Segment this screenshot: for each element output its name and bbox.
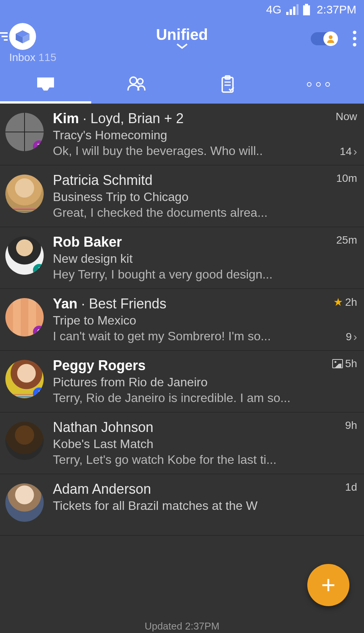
svg-rect-5 — [303, 5, 310, 15]
svg-rect-2 — [293, 7, 295, 15]
svg-rect-1 — [290, 9, 292, 15]
more-icon — [307, 82, 330, 87]
timestamp: 2h — [345, 296, 357, 308]
unread-badge: | — [33, 387, 44, 398]
subject-line: Kobe's Last Match — [53, 437, 319, 451]
plus-icon: + — [321, 571, 335, 599]
svg-point-12 — [329, 35, 333, 39]
email-row[interactable]: Patricia SchmitdBusiness Trip to Chicago… — [0, 165, 364, 227]
tab-tasks[interactable] — [182, 65, 273, 104]
email-meta: ★2h9› — [319, 296, 357, 343]
timestamp: Now — [336, 110, 357, 123]
subject-line: Tracy's Homecoming — [53, 128, 319, 142]
email-meta: 9h — [319, 419, 357, 467]
avatar — [5, 422, 44, 460]
sender-line: Rob Baker — [53, 234, 319, 250]
timestamp: 1d — [345, 481, 357, 493]
chevron-down-icon — [175, 43, 189, 49]
svg-rect-4 — [305, 4, 308, 5]
unread-badge: 7 — [33, 140, 44, 151]
attachment-icon — [332, 359, 343, 368]
overflow-menu[interactable] — [353, 31, 356, 46]
people-icon — [126, 74, 147, 95]
clock: 2:37PM — [317, 3, 356, 16]
signal-icon — [286, 4, 298, 15]
star-icon: ★ — [333, 296, 343, 308]
sender-line: Adam Anderson — [53, 481, 319, 497]
preview-line: Terry, Let's go watch Kobe for the last … — [53, 453, 319, 467]
inbox-icon — [35, 74, 56, 95]
email-meta: 5h — [319, 358, 357, 405]
email-row[interactable]: 6Yan · Best FriendsTripe to MexicoI can'… — [0, 289, 364, 351]
avatar — [5, 175, 44, 213]
subject-line: Pictures from Rio de Janeiro — [53, 375, 319, 389]
preview-line: I can't wait to get my Sombrero! I'm so.… — [53, 329, 319, 343]
people-toggle[interactable] — [311, 32, 338, 45]
sender-line: Kim · Loyd, Brian + 2 — [53, 110, 319, 127]
preview-line: Hey Terry, I bought a very good design..… — [53, 267, 319, 282]
unread-badge: | — [33, 264, 44, 275]
unread-badge: 6 — [33, 326, 44, 336]
avatar: 6 — [5, 298, 44, 336]
app-header: Inbox 115 Unified — [0, 19, 364, 65]
subject-line: Tripe to Mexico — [53, 313, 319, 328]
account-selector[interactable]: Unified — [156, 26, 208, 51]
thread-count: 9 — [346, 331, 352, 343]
email-row[interactable]: Adam AndersonTickets for all Brazil matc… — [0, 474, 364, 536]
tab-inbox[interactable] — [0, 65, 91, 104]
svg-rect-0 — [286, 12, 289, 15]
email-list: 7Kim · Loyd, Brian + 2Tracy's Homecoming… — [0, 104, 364, 536]
avatar: | — [5, 236, 44, 275]
email-meta: 25m — [319, 234, 357, 282]
compose-button[interactable]: + — [307, 564, 349, 606]
tab-bar — [0, 65, 364, 104]
status-bar: 4G 2:37PM — [0, 0, 364, 19]
email-row[interactable]: |Rob BakerNew design kitHey Terry, I bou… — [0, 227, 364, 289]
timestamp: 25m — [336, 234, 357, 246]
subject-line: Business Trip to Chicago — [53, 190, 319, 204]
thread-count: 14 — [340, 145, 352, 158]
timestamp: 5h — [345, 358, 357, 370]
avatar — [5, 483, 44, 522]
email-row[interactable]: 7Kim · Loyd, Brian + 2Tracy's Homecoming… — [0, 104, 364, 165]
network-label: 4G — [266, 3, 282, 16]
svg-point-14 — [138, 79, 143, 84]
sender-line: Nathan Johnson — [53, 419, 319, 435]
preview-line: Terry, Rio de Janeiro is incredible. I a… — [53, 391, 319, 405]
preview-line: Great, I checked the documents alrea... — [53, 206, 319, 220]
inbox-label: Inbox 115 — [9, 51, 56, 64]
email-meta: 1d — [319, 481, 357, 528]
email-meta: Now14› — [319, 110, 357, 158]
svg-rect-3 — [297, 4, 298, 15]
sync-status: Updated 2:37PM — [0, 619, 364, 633]
email-meta: 10m — [319, 172, 357, 220]
person-icon — [326, 35, 335, 43]
email-row[interactable]: |Peggy RogersPictures from Rio de Janeir… — [0, 351, 364, 412]
avatar: 7 — [5, 113, 44, 151]
sender-line: Peggy Rogers — [53, 358, 319, 374]
battery-icon — [303, 4, 310, 15]
preview-line: Ok, I will buy the beverages. Who will.. — [53, 144, 319, 158]
timestamp: 10m — [336, 172, 357, 185]
avatar: | — [5, 360, 44, 398]
timestamp: 9h — [345, 419, 357, 432]
svg-point-13 — [130, 77, 137, 84]
clipboard-icon — [217, 74, 238, 95]
subject-line: Tickets for all Brazil matches at the W — [53, 499, 319, 513]
tab-more[interactable] — [273, 65, 364, 104]
app-logo[interactable] — [9, 23, 36, 50]
email-row[interactable]: Nathan JohnsonKobe's Last MatchTerry, Le… — [0, 412, 364, 474]
sender-line: Yan · Best Friends — [53, 296, 319, 312]
subject-line: New design kit — [53, 252, 319, 266]
tab-people[interactable] — [91, 65, 182, 104]
chevron-right-icon: › — [353, 145, 357, 158]
chevron-right-icon: › — [353, 330, 357, 343]
sender-line: Patricia Schmitd — [53, 172, 319, 188]
